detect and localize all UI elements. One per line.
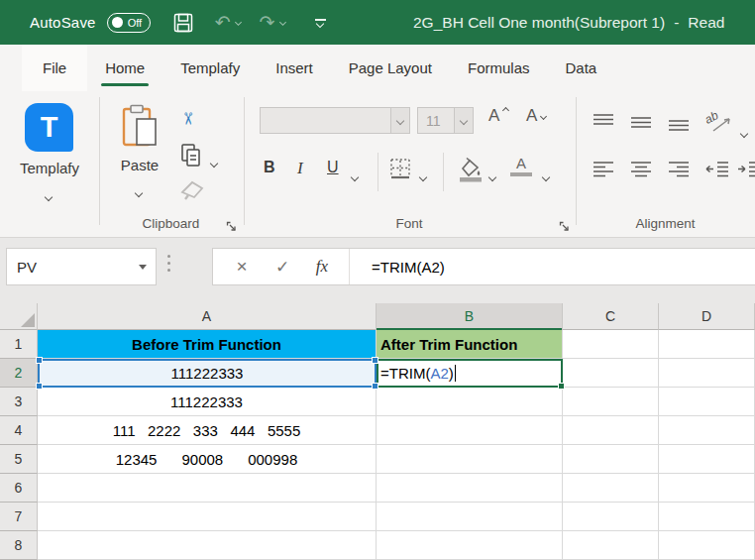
insert-function-icon[interactable]: fx (307, 257, 337, 277)
cell-c6[interactable] (563, 474, 659, 503)
tab-home[interactable]: Home (87, 45, 162, 91)
font-name-combobox[interactable] (260, 107, 410, 134)
row-header-3[interactable]: 3 (0, 388, 38, 416)
cell-c3[interactable] (563, 388, 659, 416)
cell-c8[interactable] (563, 531, 659, 560)
save-icon[interactable] (172, 12, 194, 34)
bold-button[interactable]: B (264, 159, 275, 176)
row-header-7[interactable]: 7 (0, 503, 38, 531)
templafy-button[interactable]: T (25, 103, 73, 152)
cell-a7[interactable] (38, 503, 377, 531)
fill-handle[interactable] (559, 384, 564, 389)
align-top-button[interactable] (592, 113, 615, 135)
formula-bar-text[interactable]: =TRIM(A2) (372, 259, 445, 276)
cell-c2[interactable] (563, 359, 659, 388)
align-left-button[interactable] (592, 161, 615, 182)
cell-b5[interactable] (377, 445, 563, 474)
cell-a8[interactable] (38, 531, 377, 560)
cut-icon[interactable]: ✂ (177, 111, 198, 125)
row-header-2[interactable]: 2 (0, 359, 38, 388)
font-color-dropdown-icon[interactable] (543, 167, 549, 184)
templafy-dropdown-icon[interactable] (46, 186, 52, 204)
column-header-c[interactable]: C (563, 303, 659, 330)
cell-d5[interactable] (659, 445, 755, 474)
paste-button[interactable] (121, 103, 159, 155)
cell-a2-selected-reference[interactable]: 111222333 (38, 359, 377, 388)
borders-button[interactable] (389, 158, 411, 183)
shrink-font-button[interactable]: A (526, 106, 537, 126)
orientation-dropdown-icon[interactable] (741, 123, 747, 141)
font-name-dropdown-icon[interactable] (390, 108, 409, 133)
enter-icon[interactable]: ✓ (268, 257, 297, 278)
formula-bar-resize-handle[interactable] (167, 255, 170, 272)
grow-font-button[interactable]: A (488, 106, 499, 126)
cell-d7[interactable] (659, 503, 755, 531)
clipboard-dialog-launcher-icon[interactable] (226, 218, 238, 230)
cell-b3[interactable] (377, 388, 563, 416)
fill-color-button[interactable] (455, 157, 485, 186)
cell-b8[interactable] (377, 531, 563, 560)
decrease-indent-button[interactable] (704, 161, 730, 182)
cell-b7[interactable] (377, 503, 563, 531)
tab-page-layout[interactable]: Page Layout (331, 45, 450, 91)
cell-a4[interactable]: 111 2222 333 444 5555 (38, 416, 377, 445)
selection-handle[interactable] (373, 384, 378, 389)
copy-dropdown-icon[interactable] (211, 153, 217, 170)
quick-access-more-icon[interactable] (315, 19, 326, 27)
paste-dropdown-icon[interactable] (136, 182, 142, 200)
copy-icon[interactable] (179, 143, 203, 172)
cell-b6[interactable] (377, 474, 563, 503)
tab-templafy[interactable]: Templafy (162, 45, 258, 91)
borders-dropdown-icon[interactable] (420, 167, 426, 184)
cell-a1[interactable]: Before Trim Function (38, 330, 377, 359)
align-middle-button[interactable] (629, 113, 653, 135)
underline-button[interactable]: U (327, 159, 339, 176)
cell-d1[interactable] (659, 330, 755, 359)
cell-c7[interactable] (563, 503, 659, 531)
cell-d4[interactable] (659, 416, 755, 445)
column-header-b[interactable]: B (377, 303, 563, 330)
tab-formulas[interactable]: Formulas (450, 45, 548, 91)
row-header-5[interactable]: 5 (0, 445, 38, 474)
align-center-button[interactable] (629, 161, 653, 182)
tab-data[interactable]: Data (548, 45, 615, 91)
cell-d2[interactable] (659, 359, 755, 388)
autosave-toggle[interactable]: Off (107, 13, 151, 33)
increase-indent-button[interactable] (736, 161, 755, 182)
row-header-1[interactable]: 1 (0, 330, 38, 359)
font-dialog-launcher-icon[interactable] (559, 218, 571, 230)
column-header-a[interactable]: A (38, 303, 377, 330)
cancel-icon[interactable]: × (228, 256, 256, 278)
font-size-combobox[interactable]: 11 (417, 107, 474, 134)
selection-handle[interactable] (37, 358, 42, 363)
row-header-4[interactable]: 4 (0, 416, 38, 445)
cell-d3[interactable] (659, 388, 755, 416)
undo-icon[interactable]: ↶ (215, 13, 231, 32)
tab-file[interactable]: File (22, 45, 87, 91)
selection-handle[interactable] (37, 384, 42, 389)
fill-color-dropdown-icon[interactable] (489, 167, 495, 184)
underline-dropdown-icon[interactable] (352, 167, 358, 184)
align-right-button[interactable] (667, 161, 691, 182)
undo-dropdown-icon[interactable] (236, 20, 241, 25)
tab-insert[interactable]: Insert (258, 45, 331, 91)
cell-a6[interactable] (38, 474, 377, 503)
align-bottom-button[interactable] (667, 113, 691, 135)
selection-handle[interactable] (373, 358, 378, 363)
redo-icon[interactable]: ↷ (260, 13, 275, 32)
cell-b2-editing[interactable]: =TRIM(A2) (377, 359, 563, 388)
redo-dropdown-icon[interactable] (280, 20, 285, 25)
cell-b4[interactable] (377, 416, 563, 445)
cell-a3[interactable]: 111222333 (38, 388, 377, 416)
column-header-d[interactable]: D (659, 303, 755, 330)
cell-c4[interactable] (563, 416, 659, 445)
row-header-8[interactable]: 8 (0, 531, 38, 560)
cell-b1[interactable]: After Trim Function (377, 330, 563, 359)
cell-d8[interactable] (659, 531, 755, 560)
cell-c5[interactable] (563, 445, 659, 474)
name-box-dropdown-icon[interactable] (139, 265, 147, 270)
cell-d6[interactable] (659, 474, 755, 503)
select-all-button[interactable] (0, 303, 38, 330)
orientation-button[interactable]: ab (705, 109, 735, 139)
italic-button[interactable]: I (297, 159, 303, 178)
